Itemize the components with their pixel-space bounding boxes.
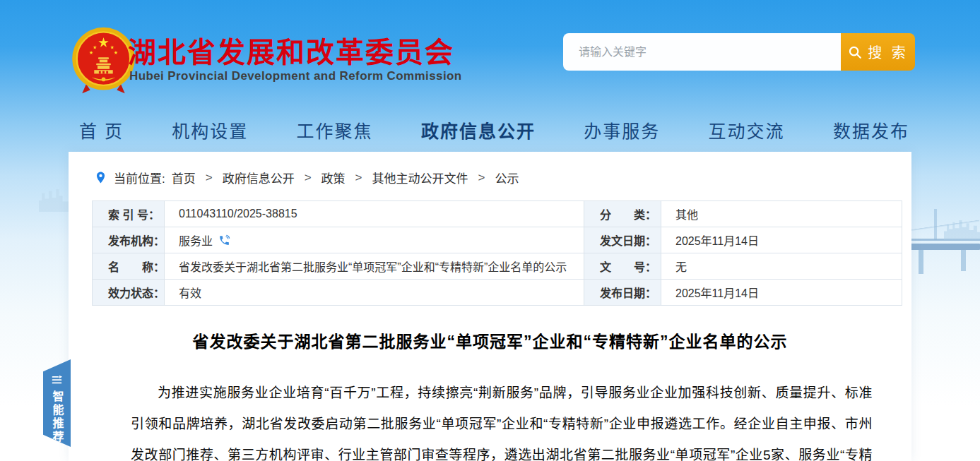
meta-label-category: 分 类：	[584, 201, 661, 227]
smart-recommend-label: 智能推荐	[49, 390, 66, 444]
table-row: 名 称： 省发改委关于湖北省第二批服务业“单项冠军”企业和“专精特新”企业名单的…	[93, 253, 902, 280]
location-pin-icon	[94, 171, 107, 184]
meta-value-validity: 有效	[165, 280, 584, 305]
meta-value-pub-date: 2025年11月14日	[661, 280, 902, 305]
meta-value-doc-no: 无	[661, 253, 902, 279]
bridge-decoration	[903, 244, 980, 250]
article-title: 省发改委关于湖北省第二批服务业“单项冠军”企业和“专精特新”企业名单的公示	[69, 328, 911, 352]
breadcrumb-gov-info[interactable]: 政府信息公开	[223, 169, 295, 186]
meta-label-index-no: 索 引 号：	[93, 201, 165, 227]
breadcrumb-notice[interactable]: 公示	[495, 169, 519, 186]
page: 湖北省发展和改革委员会 Hubei Provincial Development…	[0, 0, 980, 461]
meta-label-pub-date: 发布日期：	[584, 280, 661, 305]
breadcrumb-separator: >	[206, 171, 213, 185]
breadcrumb: 当前位置: 首页 > 政府信息公开 > 政策 > 其他主动公开文件 > 公示	[69, 152, 911, 186]
breadcrumb-separator: >	[305, 171, 312, 185]
search-input[interactable]	[563, 33, 841, 71]
phone-icon[interactable]	[218, 234, 230, 246]
nav-item-services[interactable]: 办事服务	[584, 117, 660, 143]
city-skyline-decoration	[944, 220, 980, 240]
meta-label-title: 名 称：	[93, 253, 165, 279]
article-paragraph: 为推进实施服务业企业培育“百千万”工程，持续擦亮“荆新服务”品牌，引导服务业企业…	[69, 378, 911, 461]
search-bar: 搜 索	[563, 33, 915, 71]
bridge-decoration	[903, 239, 980, 241]
nav-item-home[interactable]: 首 页	[79, 117, 124, 143]
content-panel: 当前位置: 首页 > 政府信息公开 > 政策 > 其他主动公开文件 > 公示 索…	[69, 152, 911, 461]
table-row: 发布机构： 服务业 发文日期： 2025年11月14日	[93, 227, 902, 253]
nav-item-interaction[interactable]: 互动交流	[709, 117, 785, 143]
breadcrumb-home[interactable]: 首页	[172, 169, 196, 186]
nav-item-work-focus[interactable]: 工作聚焦	[297, 117, 373, 143]
list-arrow-icon	[51, 375, 63, 385]
smart-recommend-tab[interactable]: 智能推荐	[43, 359, 71, 447]
city-skyline-decoration	[39, 189, 69, 212]
meta-label-validity: 效力状态：	[93, 280, 165, 305]
nav-item-gov-info[interactable]: 政府信息公开	[421, 117, 536, 143]
meta-value-issue-date: 2025年11月14日	[661, 227, 902, 253]
search-button-label: 搜 索	[868, 42, 909, 62]
breadcrumb-separator: >	[478, 171, 485, 185]
meta-label-issue-date: 发文日期：	[584, 227, 661, 253]
search-button[interactable]: 搜 索	[841, 33, 915, 71]
meta-label-publisher: 发布机构：	[93, 227, 165, 253]
meta-value-category: 其他	[661, 201, 902, 227]
breadcrumb-separator: >	[355, 171, 362, 185]
main-nav: 首 页 机构设置 工作聚焦 政府信息公开 办事服务 互动交流 数据发布	[0, 112, 980, 148]
magnifier-icon	[847, 44, 863, 60]
site-title: 湖北省发展和改革委员会	[128, 30, 454, 71]
meta-value-publisher: 服务业	[165, 227, 584, 253]
nav-item-data[interactable]: 数据发布	[833, 117, 909, 143]
meta-label-doc-no: 文 号：	[584, 253, 661, 279]
bridge-decoration	[961, 250, 966, 271]
bridge-decoration	[909, 212, 979, 240]
meta-value-index-no: 011043110/2025-38815	[165, 201, 584, 227]
breadcrumb-policy[interactable]: 政策	[321, 169, 346, 186]
table-row: 索 引 号： 011043110/2025-38815 分 类： 其他	[93, 201, 902, 227]
breadcrumb-other-docs[interactable]: 其他主动公开文件	[372, 169, 468, 186]
meta-value-title: 省发改委关于湖北省第二批服务业“单项冠军”企业和“专精特新”企业名单的公示	[165, 253, 584, 279]
publisher-text: 服务业	[179, 232, 213, 249]
bridge-decoration	[934, 209, 937, 240]
site-header: 湖北省发展和改革委员会 Hubei Provincial Development…	[0, 0, 980, 106]
site-subtitle: Hubei Provincial Development and Reform …	[129, 69, 462, 83]
bridge-decoration	[919, 250, 923, 274]
document-meta-table: 索 引 号： 011043110/2025-38815 分 类： 其他 发布机构…	[92, 200, 902, 306]
table-row: 效力状态： 有效 发布日期： 2025年11月14日	[93, 280, 902, 306]
nav-item-org[interactable]: 机构设置	[172, 117, 248, 143]
breadcrumb-prefix: 当前位置:	[114, 169, 165, 186]
